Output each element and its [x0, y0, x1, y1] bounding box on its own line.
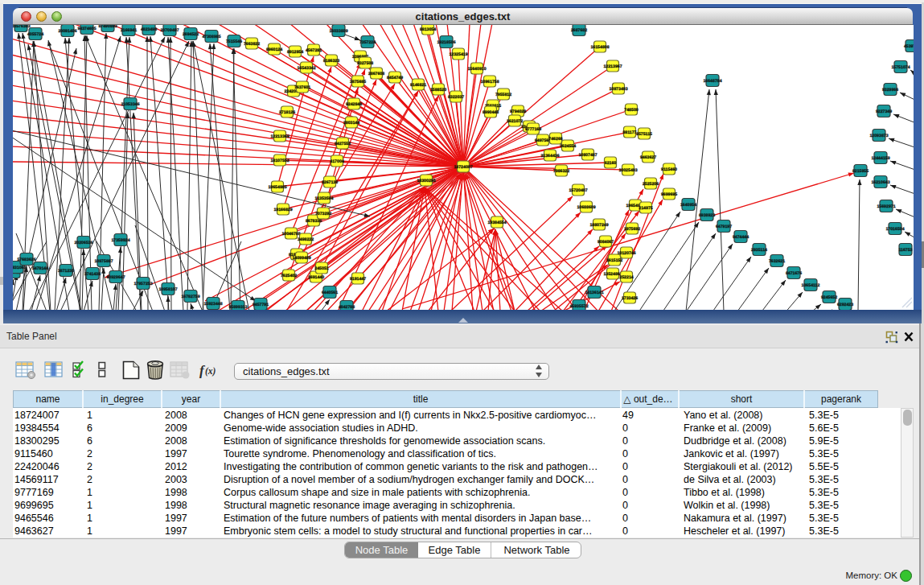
svg-text:214975: 214975 [639, 206, 652, 211]
svg-text:15640910: 15640910 [467, 67, 486, 72]
svg-text:16210643: 16210643 [871, 180, 889, 185]
svg-text:9457791: 9457791 [253, 303, 269, 307]
svg-text:57683626: 57683626 [17, 257, 35, 262]
svg-text:3875685: 3875685 [350, 80, 366, 84]
svg-text:16033809: 16033809 [329, 29, 347, 34]
svg-text:417004: 417004 [330, 159, 343, 164]
svg-text:18807249: 18807249 [589, 223, 608, 228]
svg-text:9084067: 9084067 [598, 240, 614, 245]
svg-text:12213369: 12213369 [270, 134, 289, 139]
svg-text:12093873: 12093873 [869, 134, 888, 138]
svg-text:31831063: 31831063 [13, 266, 27, 270]
svg-text:7632621: 7632621 [769, 259, 785, 264]
svg-text:6440561: 6440561 [322, 290, 338, 295]
svg-text:8813054: 8813054 [420, 27, 436, 32]
svg-text:20709497: 20709497 [160, 28, 179, 33]
svg-text:116753: 116753 [898, 248, 912, 253]
svg-text:748500: 748500 [624, 108, 638, 113]
svg-text:2803144: 2803144 [343, 121, 359, 126]
svg-text:20576383: 20576383 [13, 25, 31, 29]
svg-text:47308985: 47308985 [202, 35, 220, 39]
svg-text:8912954: 8912954 [287, 50, 303, 55]
svg-text:19218506: 19218506 [437, 40, 455, 45]
svg-text:7073292: 7073292 [315, 212, 331, 216]
svg-text:10654112: 10654112 [802, 283, 820, 288]
svg-text:746266: 746266 [548, 137, 562, 142]
svg-text:10973493: 10973493 [609, 87, 627, 92]
svg-text:15720407: 15720407 [569, 188, 587, 193]
svg-text:252214: 252214 [619, 275, 633, 280]
svg-text:10961758: 10961758 [480, 80, 499, 84]
svg-text:2718126: 2718126 [279, 110, 295, 115]
svg-text:4842788: 4842788 [339, 305, 355, 310]
svg-text:9146821: 9146821 [410, 83, 426, 88]
svg-text:9329966: 9329966 [882, 88, 898, 93]
svg-text:15923448: 15923448 [203, 302, 222, 307]
svg-text:8471676: 8471676 [786, 271, 802, 276]
svg-text:245051: 245051 [314, 266, 328, 271]
svg-text:2867608: 2867608 [368, 72, 384, 76]
svg-text:2525206: 2525206 [643, 182, 659, 187]
svg-text:14099489: 14099489 [292, 256, 310, 261]
svg-text:1640954: 1640954 [680, 203, 696, 208]
svg-text:12444159: 12444159 [871, 156, 889, 161]
svg-text:12213967: 12213967 [603, 64, 622, 69]
svg-text:8322037: 8322037 [448, 95, 464, 100]
svg-text:9242848: 9242848 [346, 102, 362, 107]
svg-text:8938923: 8938923 [699, 213, 715, 218]
svg-text:18724007: 18724007 [454, 165, 472, 170]
svg-text:8960124: 8960124 [266, 47, 282, 52]
svg-text:9794028: 9794028 [510, 109, 526, 114]
svg-text:9777169: 9777169 [525, 127, 541, 132]
svg-text:15692971: 15692971 [877, 204, 895, 209]
svg-text:10975887: 10975887 [94, 259, 113, 264]
svg-text:8678335: 8678335 [306, 219, 322, 224]
svg-text:14136141: 14136141 [585, 290, 603, 295]
svg-text:4823498: 4823498 [141, 27, 157, 32]
svg-text:9699695: 9699695 [661, 192, 677, 197]
svg-text:8186323: 8186323 [323, 59, 339, 64]
svg-text:(x): (x) [205, 366, 216, 377]
svg-text:1588520: 1588520 [430, 88, 446, 93]
svg-text:3624554: 3624554 [560, 144, 576, 149]
svg-text:17359924: 17359924 [111, 238, 129, 243]
svg-text:2166941: 2166941 [121, 28, 137, 33]
svg-text:19654985: 19654985 [268, 185, 286, 190]
svg-text:4055724: 4055724 [27, 32, 43, 37]
svg-text:2935114: 2935114 [751, 248, 767, 253]
svg-text:9191447: 9191447 [350, 277, 366, 282]
svg-text:9327508: 9327508 [357, 61, 373, 66]
svg-text:10958107: 10958107 [158, 287, 177, 292]
svg-text:16154808: 16154808 [590, 45, 609, 50]
svg-text:95899313: 95899313 [228, 305, 247, 310]
svg-text:7625402: 7625402 [281, 274, 297, 278]
svg-text:11353594: 11353594 [315, 196, 334, 201]
svg-text:8267130: 8267130 [322, 180, 338, 185]
svg-text:6479197: 6479197 [716, 225, 732, 229]
svg-text:7663822: 7663822 [244, 42, 260, 47]
svg-text:7357224: 7357224 [359, 40, 376, 45]
svg-text:7955812: 7955812 [495, 93, 511, 97]
svg-text:15751074: 15751074 [891, 65, 910, 70]
svg-text:7515546: 7515546 [226, 39, 242, 44]
svg-text:10025493: 10025493 [618, 168, 637, 173]
svg-text:19166829: 19166829 [273, 208, 292, 212]
svg-text:3871230: 3871230 [58, 269, 74, 274]
svg-text:7986322: 7986322 [553, 169, 569, 174]
svg-text:7637601: 7637601 [294, 85, 310, 90]
svg-text:8990448: 8990448 [483, 110, 499, 115]
svg-text:1975692: 1975692 [624, 227, 640, 232]
svg-text:94374605: 94374605 [77, 27, 96, 31]
svg-text:87490893: 87490893 [98, 25, 117, 29]
svg-text:60929647: 60929647 [106, 275, 125, 280]
svg-text:19384554: 19384554 [487, 220, 506, 225]
svg-text:16543342: 16543342 [297, 66, 315, 71]
svg-text:2687682: 2687682 [571, 28, 587, 33]
svg-text:1621072: 1621072 [507, 119, 523, 124]
svg-text:10046788: 10046788 [281, 232, 300, 237]
svg-text:9227349: 9227349 [876, 109, 892, 114]
svg-text:20206536: 20206536 [74, 241, 92, 245]
svg-text:62160: 62160 [605, 161, 617, 166]
svg-text:9115460: 9115460 [661, 167, 677, 172]
svg-text:18107552: 18107552 [270, 159, 289, 163]
